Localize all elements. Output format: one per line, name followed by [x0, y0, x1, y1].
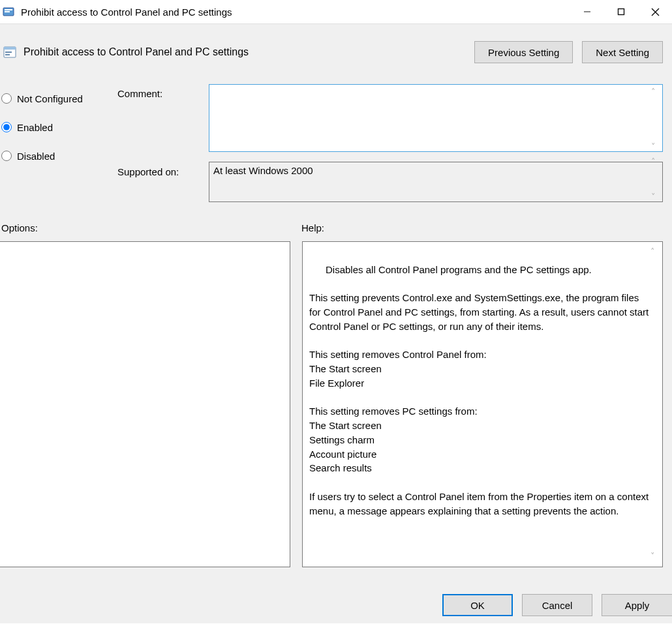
- panels: Disables all Control Panel programs and …: [0, 241, 672, 567]
- app-icon: [3, 6, 14, 18]
- help-label: Help:: [301, 222, 672, 233]
- window-controls: [570, 0, 672, 23]
- radio-disabled-input[interactable]: [1, 151, 12, 161]
- window-title: Prohibit access to Control Panel and PC …: [21, 7, 232, 18]
- radio-not-configured[interactable]: Not Configured: [1, 84, 117, 113]
- policy-icon: [3, 45, 17, 59]
- minimize-button[interactable]: [570, 0, 604, 23]
- radio-enabled-input[interactable]: [1, 122, 12, 132]
- field-labels: Comment: Supported on:: [117, 84, 209, 204]
- help-panel: Disables all Control Panel programs and …: [302, 241, 663, 567]
- supported-label: Supported on:: [117, 166, 209, 192]
- options-label: Options:: [0, 222, 301, 233]
- dialog-footer: OK Cancel Apply: [0, 587, 672, 623]
- next-setting-button[interactable]: Next Setting: [582, 41, 663, 63]
- svg-rect-8: [4, 47, 16, 50]
- close-button[interactable]: [638, 0, 672, 23]
- maximize-button[interactable]: [604, 0, 638, 23]
- radio-not-configured-input[interactable]: [1, 93, 12, 104]
- apply-button[interactable]: Apply: [602, 594, 672, 616]
- ok-button[interactable]: OK: [442, 594, 513, 616]
- cancel-button[interactable]: Cancel: [522, 594, 592, 616]
- svg-rect-10: [5, 54, 10, 55]
- state-radio-group: Not Configured Enabled Disabled: [0, 84, 117, 204]
- svg-rect-4: [619, 9, 624, 15]
- radio-enabled[interactable]: Enabled: [1, 113, 117, 141]
- comment-textarea[interactable]: [209, 84, 663, 152]
- comment-label: Comment:: [117, 88, 209, 166]
- config-area: Not Configured Enabled Disabled Comment:…: [0, 68, 672, 204]
- policy-header: Prohibit access to Control Panel and PC …: [0, 36, 672, 68]
- svg-rect-2: [5, 11, 10, 12]
- title-bar: Prohibit access to Control Panel and PC …: [0, 0, 672, 23]
- radio-enabled-label: Enabled: [17, 122, 53, 133]
- radio-not-configured-label: Not Configured: [17, 93, 83, 104]
- supported-on-textarea: [209, 162, 663, 202]
- svg-rect-1: [5, 9, 12, 10]
- section-labels: Options: Help:: [0, 222, 672, 233]
- field-inputs: ˄ ˅ ˄ ˅: [209, 84, 663, 204]
- radio-disabled-label: Disabled: [17, 151, 55, 162]
- radio-disabled[interactable]: Disabled: [1, 141, 117, 170]
- policy-title: Prohibit access to Control Panel and PC …: [23, 46, 465, 58]
- dialog-body: Prohibit access to Control Panel and PC …: [0, 23, 672, 623]
- help-text: Disables all Control Panel programs and …: [309, 264, 651, 516]
- previous-setting-button[interactable]: Previous Setting: [474, 41, 573, 63]
- svg-rect-9: [5, 52, 12, 53]
- options-panel: [0, 241, 290, 567]
